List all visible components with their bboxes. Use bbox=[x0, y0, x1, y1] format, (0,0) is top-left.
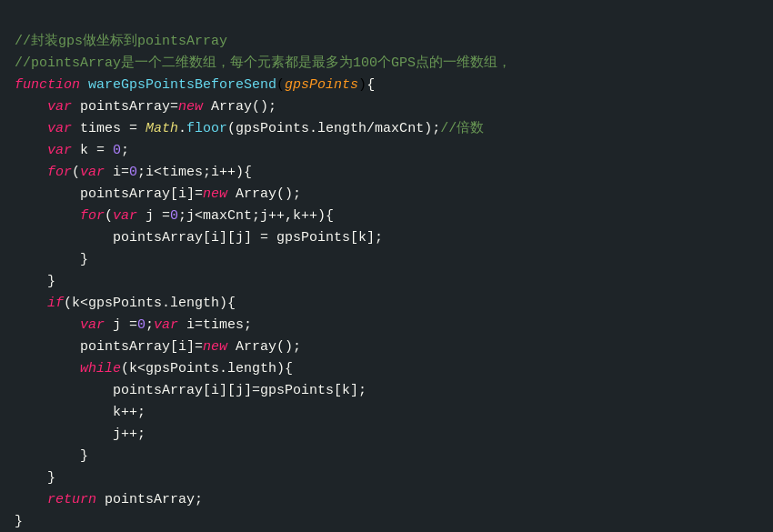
return-line: return pointsArray; bbox=[15, 492, 203, 507]
code-line-13: while(k<gpsPoints.length){ bbox=[15, 361, 293, 376]
code-line-6: for(var j =0;j<maxCnt;j++,k++){ bbox=[15, 208, 334, 224]
code-line-15: k++; bbox=[15, 405, 146, 420]
code-line-4: for(var i=0;i<times;i++){ bbox=[15, 165, 252, 180]
code-line-3: var k = 0; bbox=[15, 143, 129, 158]
code-line-12: pointsArray[i]=new Array(); bbox=[15, 339, 301, 355]
code-line-8: } bbox=[15, 252, 88, 267]
code-line-5: pointsArray[i]=new Array(); bbox=[15, 186, 301, 202]
code-line-16: j++; bbox=[15, 427, 146, 442]
code-line-9: } bbox=[15, 274, 55, 289]
function-def-line: function wareGpsPointsBeforeSend(gpsPoin… bbox=[15, 77, 375, 93]
code-editor: //封装gps做坐标到pointsArray //pointsArray是一个二… bbox=[0, 0, 773, 532]
code-line-1: var pointsArray=new Array(); bbox=[15, 99, 276, 115]
code-line-11: var j =0;var i=times; bbox=[15, 317, 252, 333]
code-line-7: pointsArray[i][j] = gpsPoints[k]; bbox=[15, 230, 383, 246]
comment-line-2: //pointsArray是一个二维数组，每个元素都是最多为100个GPS点的一… bbox=[15, 55, 511, 71]
code-line-18: } bbox=[15, 470, 55, 486]
code-line-10: if(k<gpsPoints.length){ bbox=[15, 296, 236, 311]
code-line-2: var times = Math.floor(gpsPoints.length/… bbox=[15, 121, 484, 136]
closing-brace: } bbox=[15, 514, 23, 529]
comment-line-1: //封装gps做坐标到pointsArray bbox=[15, 34, 227, 49]
code-line-14: pointsArray[i][j]=gpsPoints[k]; bbox=[15, 383, 366, 398]
code-line-17: } bbox=[15, 448, 88, 464]
